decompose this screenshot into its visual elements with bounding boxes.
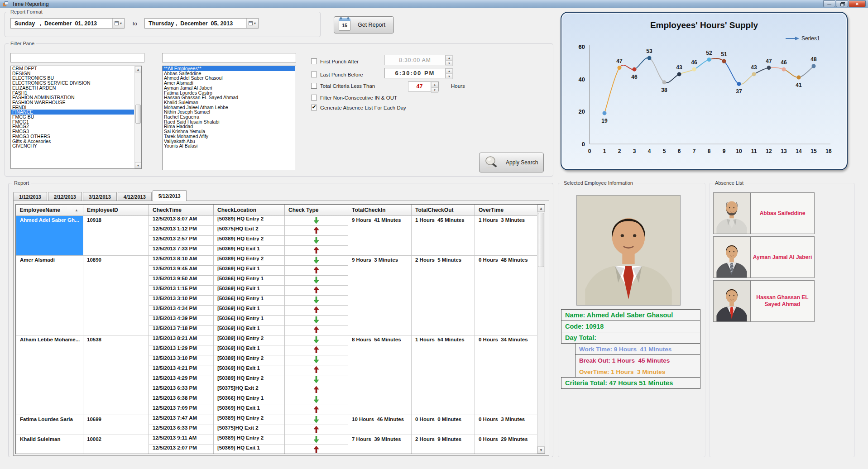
- employee-list-item[interactable]: Tarek Mohamed Afify: [163, 134, 295, 139]
- tab-4-12-2013[interactable]: 4/12/2013: [118, 192, 152, 201]
- number-spinner[interactable]: ▲▼: [431, 82, 438, 91]
- check-time-cell: 12/5/2013 9:50 AM: [149, 275, 214, 285]
- column-header-checktime[interactable]: CheckTime: [149, 205, 214, 215]
- green-down-arrow-icon: [314, 277, 319, 283]
- checkbox-last-punch-before[interactable]: Last Punch Before: [311, 72, 363, 77]
- spin-up-icon[interactable]: ▲: [446, 55, 453, 61]
- app-icon: [3, 1, 9, 7]
- first-punch-time-field[interactable]: 8:30:00 AM ▲▼: [384, 55, 453, 65]
- red-up-arrow-icon: [314, 386, 319, 393]
- spin-up-icon[interactable]: ▲: [446, 68, 453, 74]
- get-report-button[interactable]: 15 Get Report: [334, 16, 394, 34]
- scroll-up-icon[interactable]: ▲: [135, 66, 141, 72]
- checkbox-total-criteria[interactable]: Total Criteria Less Than: [311, 83, 375, 89]
- column-header-totalcheckin[interactable]: TotalCheckIn: [348, 205, 412, 215]
- time-spinner[interactable]: ▲▼: [445, 55, 453, 65]
- last-punch-time-field[interactable]: 6:30:00 PM ▲▼: [384, 68, 453, 78]
- scroll-down-icon[interactable]: ▼: [135, 162, 141, 168]
- department-list-item[interactable]: FASHION WAREHOUSE: [11, 100, 134, 105]
- restore-button[interactable]: [836, 0, 848, 7]
- checkbox-box[interactable]: [311, 95, 317, 100]
- tab-3-12-2013[interactable]: 3/12/2013: [83, 192, 117, 201]
- calendar-dropdown-icon[interactable]: ▼: [112, 19, 124, 28]
- scrollbar-thumb[interactable]: [538, 213, 544, 267]
- tab-2-12-2013[interactable]: 2/12/2013: [48, 192, 82, 201]
- total-checkout-cell: 2 Hours 9 Minutes: [412, 435, 475, 454]
- column-header-totalcheckout[interactable]: TotalCheckOut: [412, 205, 475, 215]
- minimize-button[interactable]: —: [823, 0, 835, 7]
- department-list-item[interactable]: FMCG3-OTHERS: [11, 134, 134, 139]
- absence-card[interactable]: Hassan Ghassan EL Sayed Ahmad: [713, 280, 815, 322]
- checkbox-box[interactable]: [311, 72, 317, 77]
- spin-down-icon[interactable]: ▼: [446, 74, 453, 79]
- calendar-dropdown-icon[interactable]: ▼: [246, 19, 258, 28]
- overtime-cell: 0 Hours 3 Minutes: [475, 415, 538, 435]
- scrollbar-thumb[interactable]: [135, 105, 141, 124]
- table-row[interactable]: Atham Lebbe Mohame...1053812/5/2013 8:21…: [16, 335, 538, 345]
- employee-name-cell[interactable]: Fatima Lourdes Saria: [16, 415, 83, 435]
- to-date-picker[interactable]: Thursday , December 05, 2013 ▼: [144, 18, 259, 29]
- column-header-check-type[interactable]: Check Type: [285, 205, 348, 215]
- tab-5-12-2013[interactable]: 5/12/2013: [153, 190, 187, 201]
- employee-name-cell[interactable]: Atham Lebbe Mohame...: [16, 335, 83, 415]
- employee-list-item[interactable]: Ayman Jamal Al Jaberi: [163, 86, 295, 91]
- restore-icon: [840, 2, 844, 5]
- department-search-input[interactable]: [10, 53, 144, 62]
- checkbox-box[interactable]: [311, 58, 317, 64]
- spin-down-icon[interactable]: ▼: [431, 87, 438, 93]
- from-date-picker[interactable]: Sunday , December 01, 2013 ▼: [10, 18, 125, 29]
- spin-down-icon[interactable]: ▼: [446, 61, 453, 66]
- department-list-item[interactable]: ELIZABETH ARDEN: [11, 86, 134, 91]
- checkbox-generate-absence[interactable]: Generate Absence List For Each Day: [311, 105, 406, 110]
- spin-up-icon[interactable]: ▲: [431, 82, 438, 87]
- table-row[interactable]: Ahmed Adel Saber Gh...1091812/5/2013 8:0…: [16, 215, 538, 225]
- employee-name-cell[interactable]: Khalid Suleiman: [16, 435, 83, 454]
- employee-search-input[interactable]: [162, 53, 296, 62]
- get-report-label: Get Report: [358, 22, 385, 28]
- criteria-hours-field[interactable]: 47 ▲▼: [408, 81, 439, 91]
- department-list-item[interactable]: FMCG BU: [11, 115, 134, 120]
- check-location-cell: [50389] HQ Entry 2: [214, 415, 285, 425]
- grid-vertical-scrollbar[interactable]: ▲ ▼: [537, 205, 545, 454]
- svg-text:41: 41: [796, 82, 802, 88]
- data-point: [618, 66, 622, 70]
- employee-name-cell[interactable]: Ahmed Adel Saber Gh...: [16, 215, 83, 255]
- scroll-up-icon[interactable]: ▲: [537, 205, 545, 212]
- column-header-checklocation[interactable]: CheckLocation: [214, 205, 285, 215]
- employee-listbox[interactable]: **All Employees**Abbas SaifeddineAhmed A…: [162, 66, 296, 170]
- absence-card[interactable]: Ayman Jamal Al Jaberi: [713, 236, 815, 278]
- check-type-cell: [285, 215, 348, 225]
- close-button[interactable]: ✕: [849, 0, 866, 7]
- check-location-cell: [50375]HQ Exit 2: [214, 225, 285, 235]
- checkbox-box[interactable]: [311, 83, 317, 89]
- table-row[interactable]: Khalid Suleiman1000212/5/2013 9:11 AM[50…: [16, 435, 538, 445]
- tab-page: EmployeeName▲EmployeeIDCheckTimeCheckLoc…: [13, 201, 549, 456]
- check-type-cell: [285, 415, 348, 425]
- check-time-cell: 12/5/2013 7:33 PM: [149, 245, 214, 255]
- column-header-employeename[interactable]: EmployeeName▲: [16, 205, 83, 215]
- department-list-scrollbar[interactable]: ▲ ▼: [134, 66, 141, 168]
- department-list-item[interactable]: FMCG2: [11, 124, 134, 129]
- column-header-overtime[interactable]: OverTime: [475, 205, 538, 215]
- employee-list-item[interactable]: Younis Al Balasi: [163, 144, 295, 148]
- time-spinner[interactable]: ▲▼: [445, 68, 453, 78]
- department-listbox[interactable]: CRM DEPTDESIGNELECTRONICS BUELECTRONICS …: [10, 66, 142, 169]
- absence-card[interactable]: Abbas Saifeddine: [713, 192, 815, 234]
- department-list-item[interactable]: FMCG1: [11, 120, 134, 124]
- check-location-cell: [50369] HQ Exit 1: [214, 445, 285, 454]
- check-type-cell: [285, 265, 348, 275]
- department-list-item[interactable]: GIVENCHY: [11, 144, 134, 148]
- scroll-down-icon[interactable]: ▼: [537, 446, 545, 454]
- check-location-cell: [50369] HQ Exit 1: [214, 265, 285, 275]
- checkbox-filter-nonconsecutive[interactable]: Filter Non-Consecutive IN & OUT: [311, 95, 397, 100]
- checkbox-box[interactable]: [311, 105, 317, 110]
- employee-name-cell[interactable]: Amer Alsmadi: [16, 255, 83, 335]
- table-row[interactable]: Amer Alsmadi1089012/5/2013 8:10 AM[50389…: [16, 255, 538, 265]
- apply-search-button[interactable]: Apply Search: [479, 153, 544, 172]
- table-row[interactable]: Fatima Lourdes Saria1069912/5/2013 7:47 …: [16, 415, 538, 425]
- check-type-cell: [285, 305, 348, 315]
- tab-1-12-2013[interactable]: 1/12/2013: [13, 192, 47, 201]
- column-header-employeeid[interactable]: EmployeeID: [83, 205, 149, 215]
- data-point: [752, 72, 756, 76]
- checkbox-first-punch-after[interactable]: First Punch After: [311, 58, 359, 64]
